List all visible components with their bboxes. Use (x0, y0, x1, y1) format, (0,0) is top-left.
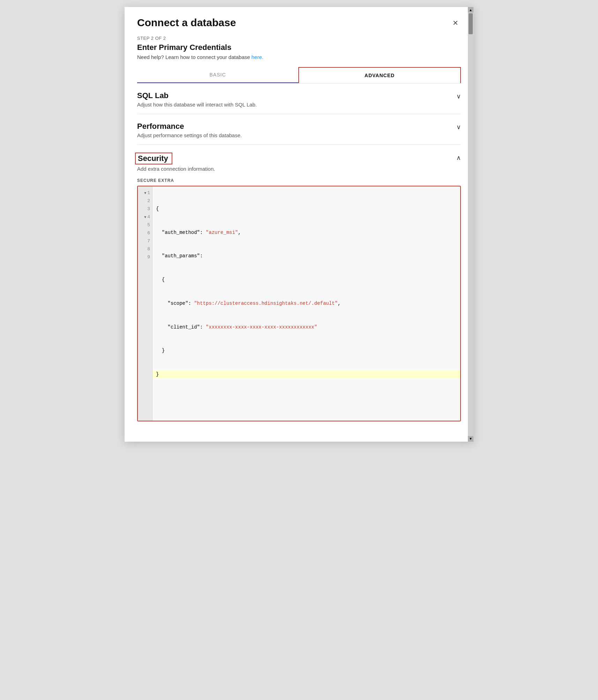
code-line-3: "auth_params": (156, 252, 457, 260)
line-num-9: 9 (141, 253, 150, 261)
credentials-heading: Enter Primary Credentials (137, 43, 461, 52)
line-num-4: ▼ 4 (141, 213, 150, 221)
tab-basic[interactable]: BASIC (137, 67, 298, 82)
step-label: STEP 2 OF 2 (137, 36, 461, 41)
modal-body: STEP 2 OF 2 Enter Primary Credentials Ne… (125, 36, 473, 442)
code-line-2: "auth_method": "azure_msi", (156, 229, 457, 237)
accordion-security-title: Security (135, 153, 172, 164)
line-num-1: ▼ 1 (141, 189, 150, 197)
code-line-4: { (156, 276, 457, 284)
accordion-sql-lab: SQL Lab Adjust how this database will in… (137, 83, 461, 114)
secure-extra-label: SECURE EXTRA (137, 178, 461, 183)
line-num-5: 5 (141, 221, 150, 229)
scrollbar-arrow-up[interactable]: ▲ (468, 7, 473, 13)
accordion-sql-lab-title: SQL Lab (137, 91, 451, 100)
accordion-security: Security Add extra connection informatio… (137, 145, 461, 428)
code-editor[interactable]: ▼ 1 2 3 ▼ 4 5 6 7 8 (138, 186, 460, 421)
code-editor-wrapper[interactable]: ▼ 1 2 3 ▼ 4 5 6 7 8 (137, 186, 461, 421)
accordion-sql-lab-chevron: ∨ (451, 93, 461, 100)
help-link[interactable]: here. (252, 54, 263, 60)
accordion-security-chevron: ∧ (451, 154, 461, 162)
fold-arrow-4: ▼ (144, 215, 146, 220)
accordion-sql-lab-subtitle: Adjust how this database will interact w… (137, 102, 451, 108)
scrollbar-arrow-down[interactable]: ▼ (468, 436, 473, 442)
accordion-security-subtitle: Add extra connection information. (137, 166, 451, 172)
code-line-6: "client_id": "xxxxxxxx-xxxx-xxxx-xxxx-xx… (156, 323, 457, 331)
bottom-spacer (137, 428, 461, 442)
code-content[interactable]: { "auth_method": "azure_msi", "auth_para… (152, 186, 460, 421)
accordion-performance-title: Performance (137, 122, 451, 131)
line-numbers: ▼ 1 2 3 ▼ 4 5 6 7 8 (138, 186, 152, 421)
security-expanded-content: SECURE EXTRA ▼ 1 2 3 ▼ (137, 178, 461, 421)
modal-container: Connect a database × STEP 2 OF 2 Enter P… (125, 7, 473, 442)
tabs-container: BASIC ADVANCED (137, 67, 461, 83)
code-line-7: } (156, 347, 457, 355)
code-line-5: "scope": "https://clusteraccess.hdinsigh… (156, 300, 457, 308)
modal-title: Connect a database (137, 17, 236, 29)
fold-arrow-1: ▼ (144, 191, 146, 196)
scrollbar-thumb[interactable] (469, 13, 473, 34)
accordion-security-header[interactable]: Security Add extra connection informatio… (137, 153, 461, 172)
accordion-performance-subtitle: Adjust performance settings of this data… (137, 132, 451, 138)
help-text-content: Need help? Learn how to connect your dat… (137, 54, 252, 60)
line-num-7: 7 (141, 237, 150, 245)
line-num-6: 6 (141, 229, 150, 237)
code-line-9 (156, 394, 457, 402)
accordion-performance: Performance Adjust performance settings … (137, 114, 461, 145)
accordion-performance-title-block: Performance Adjust performance settings … (137, 122, 451, 138)
line-num-2: 2 (141, 197, 150, 205)
help-text: Need help? Learn how to connect your dat… (137, 54, 461, 60)
close-button[interactable]: × (450, 17, 461, 29)
accordion-security-title-block: Security Add extra connection informatio… (137, 153, 451, 172)
accordion-performance-header[interactable]: Performance Adjust performance settings … (137, 122, 461, 138)
accordion-performance-chevron: ∨ (451, 123, 461, 131)
tab-advanced[interactable]: ADVANCED (298, 67, 461, 83)
code-line-8: } (152, 370, 460, 378)
code-line-1: { (156, 205, 457, 213)
scrollbar-track[interactable]: ▲ ▼ (468, 7, 473, 442)
modal-header: Connect a database × (125, 7, 473, 36)
line-num-8: 8 (141, 245, 150, 253)
accordion-sql-lab-title-block: SQL Lab Adjust how this database will in… (137, 91, 451, 108)
accordion-sql-lab-header[interactable]: SQL Lab Adjust how this database will in… (137, 91, 461, 108)
line-num-3: 3 (141, 205, 150, 213)
